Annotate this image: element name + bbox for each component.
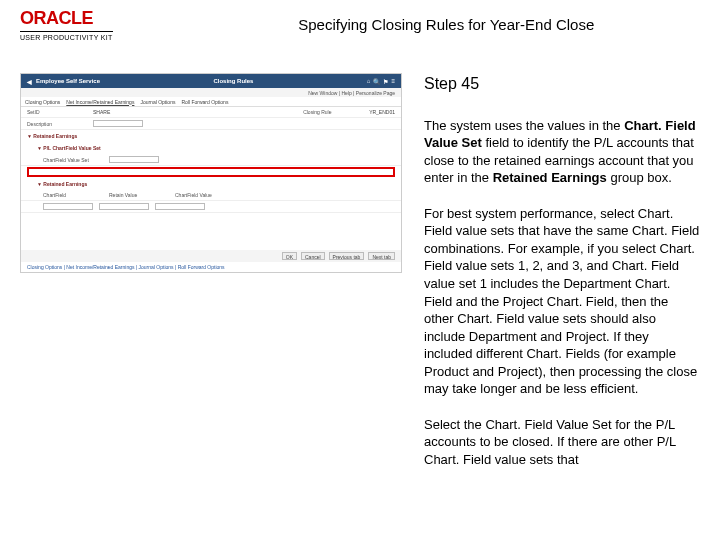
highlighted-field[interactable] [27,167,395,177]
search-icon[interactable]: 🔍 [373,78,380,85]
closing-rule-label: Closing Rule [303,109,363,115]
retained-earnings-section[interactable]: ▼ Retained Earnings [21,178,401,190]
row-retain-data [21,201,401,213]
retain-value-field[interactable] [99,203,149,210]
pl-chartfield-header[interactable]: ▼ P/L ChartField Value Set [21,142,401,154]
chartfield-field[interactable] [43,203,93,210]
p1-text-e: group box. [607,170,672,185]
paragraph-3: Select the Chart. Field Value Set for th… [424,416,700,469]
row-retain: ChartField Retain Value ChartField Value [21,190,401,201]
app-title: Closing Rules [100,78,367,84]
window-links: New Window | Help | Personalize Page [21,88,401,97]
cfvs-label: ChartField Value Set [43,157,103,163]
screenshot-column: ◀ Employee Self Service Closing Rules ⌂ … [20,73,402,486]
logo-subtitle: USER PRODUCTIVITY KIT [20,31,113,41]
app-screenshot: ◀ Employee Self Service Closing Rules ⌂ … [20,73,402,273]
paragraph-1: The system uses the values in the Chart.… [424,117,700,187]
row-setid: SetID SHARE Closing Rule YR_END01 [21,107,401,118]
retain-value-label: Retain Value [109,192,169,198]
chartfield-label: ChartField [43,192,103,198]
tab-roll-forward[interactable]: Roll Forward Options [181,99,228,105]
tab-journal-options[interactable]: Journal Options [140,99,175,105]
oracle-logo: ORACLE [20,8,93,29]
prev-tab-button[interactable]: Previous tab [329,252,365,260]
chartfield-value-field[interactable] [155,203,205,210]
page-title: Specifying Closing Rules for Year-End Cl… [113,16,700,33]
back-icon[interactable]: ◀ [27,78,32,85]
app-topbar: ◀ Employee Self Service Closing Rules ⌂ … [21,74,401,88]
setid-label: SetID [27,109,87,115]
cancel-button[interactable]: Cancel [301,252,325,260]
instruction-column: Step 45 The system uses the values in th… [424,73,700,486]
description-field[interactable] [93,120,143,127]
window-link-text[interactable]: New Window | Help | Personalize Page [308,90,395,96]
main: ◀ Employee Self Service Closing Rules ⌂ … [0,47,720,486]
p1-text-a: The system uses the values in the [424,118,624,133]
menu-icon[interactable]: ≡ [391,78,395,85]
chartfield-value-label: ChartField Value [175,192,235,198]
next-tab-button[interactable]: Next tab [368,252,395,260]
tab-net-income[interactable]: Net Income/Retained Earnings [66,99,134,105]
closing-rule-value: YR_END01 [369,109,395,115]
row-description: Description [21,118,401,130]
row-cfvs: ChartField Value Set [21,154,401,166]
ok-button[interactable]: OK [282,252,297,260]
flag-icon[interactable]: ⚑ [383,78,388,85]
bottom-tab-links[interactable]: Closing Options | Net Income/Retained Ea… [21,262,401,272]
breadcrumb-back[interactable]: Employee Self Service [36,78,100,84]
tab-closing-options[interactable]: Closing Options [25,99,60,105]
home-icon[interactable]: ⌂ [367,78,371,85]
logo-block: ORACLE USER PRODUCTIVITY KIT [20,8,113,41]
retained-earnings-header[interactable]: ▼ Retained Earnings [21,130,401,142]
tab-strip: Closing Options Net Income/Retained Earn… [21,97,401,107]
p1-bold-2: Retained Earnings [493,170,607,185]
setid-value: SHARE [93,109,110,115]
paragraph-2: For best system performance, select Char… [424,205,700,398]
description-label: Description [27,121,87,127]
footer-buttons: OK Cancel Previous tab Next tab [21,250,401,262]
step-number: Step 45 [424,73,700,95]
header: ORACLE USER PRODUCTIVITY KIT Specifying … [0,0,720,47]
cfvs-field[interactable] [109,156,159,163]
